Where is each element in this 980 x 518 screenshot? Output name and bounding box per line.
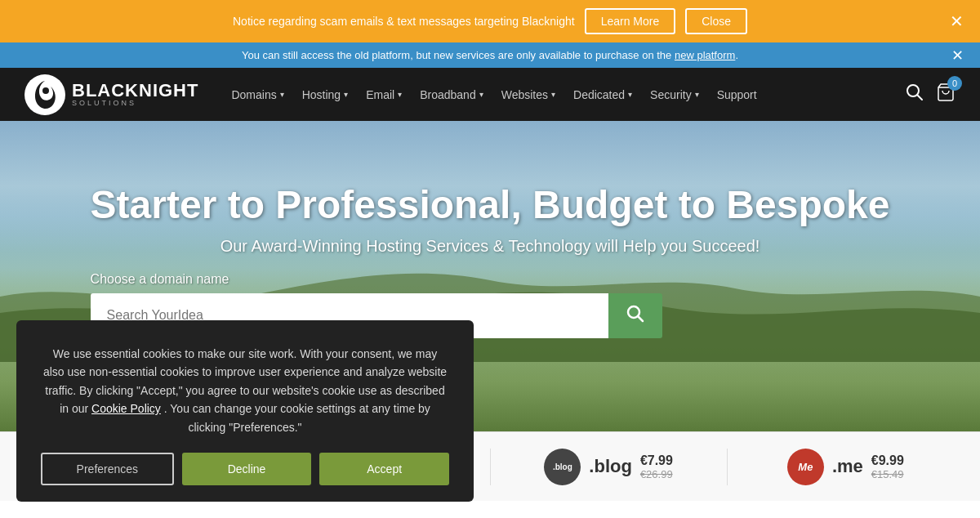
logo-icon: [24, 74, 65, 115]
nav-item-security[interactable]: Security ▾: [642, 70, 707, 119]
cookie-buttons: Preferences Decline Accept: [41, 453, 449, 485]
chevron-down-icon: ▾: [628, 90, 632, 99]
svg-line-3: [917, 95, 922, 100]
domain-label: Choose a domain name: [91, 272, 890, 287]
notification-bar: Notice regarding scam emails & text mess…: [0, 0, 980, 42]
chevron-down-icon: ▾: [551, 90, 555, 99]
learn-more-button[interactable]: Learn More: [585, 8, 676, 34]
hero-subtitle: Our Award-Winning Hosting Services & Tec…: [91, 237, 890, 256]
chevron-down-icon: ▾: [280, 90, 284, 99]
hero-title: Starter to Professional, Budget to Bespo…: [91, 182, 890, 227]
chevron-down-icon: ▾: [479, 90, 483, 99]
domain-item-me[interactable]: Me .me €9.99 €15.49: [728, 449, 964, 485]
nav-item-dedicated[interactable]: Dedicated ▾: [565, 70, 640, 119]
info-text: You can still access the old platform, b…: [242, 49, 738, 61]
decline-button[interactable]: Decline: [182, 453, 312, 485]
cookie-banner: We use essential cookies to make our sit…: [16, 320, 474, 501]
nav-item-support[interactable]: Support: [709, 70, 765, 119]
cookie-text: We use essential cookies to make our sit…: [41, 345, 449, 436]
nav-item-email[interactable]: Email ▾: [358, 70, 410, 119]
svg-line-6: [638, 316, 643, 321]
chevron-down-icon: ▾: [398, 90, 402, 99]
svg-point-0: [24, 74, 65, 115]
preferences-button[interactable]: Preferences: [41, 453, 174, 485]
close-info-icon[interactable]: ✕: [951, 47, 964, 65]
close-x-icon[interactable]: ✕: [950, 11, 964, 31]
domain-ext-blog: .blog: [589, 456, 632, 477]
nav-item-hosting[interactable]: Hosting ▾: [294, 70, 356, 119]
search-icon[interactable]: [906, 83, 924, 105]
domain-prices-blog: €7.99 €26.99: [640, 453, 673, 480]
nav-items: Domains ▾ Hosting ▾ Email ▾ Broadband ▾ …: [223, 70, 906, 119]
nav-item-domains[interactable]: Domains ▾: [223, 70, 292, 119]
cookie-policy-link[interactable]: Cookie Policy: [91, 402, 161, 415]
chevron-down-icon: ▾: [695, 90, 699, 99]
nav-icons: 0: [906, 83, 956, 106]
cart-badge: 0: [947, 76, 962, 91]
svg-point-1: [42, 87, 49, 94]
chevron-down-icon: ▾: [344, 90, 348, 99]
logo[interactable]: BLACKNIGHT SOLUTIONS: [24, 74, 198, 115]
domain-search-button[interactable]: [608, 293, 662, 338]
close-notification-button[interactable]: Close: [685, 8, 747, 34]
domain-item-blog[interactable]: .blog .blog €7.99 €26.99: [491, 449, 728, 485]
nav-item-websites[interactable]: Websites ▾: [493, 70, 564, 119]
accept-button[interactable]: Accept: [319, 453, 449, 485]
notification-text: Notice regarding scam emails & text mess…: [233, 15, 575, 28]
domain-badge-blog: .blog: [544, 449, 581, 485]
nav-item-broadband[interactable]: Broadband ▾: [412, 70, 492, 119]
info-bar: You can still access the old platform, b…: [0, 42, 980, 68]
navigation: BLACKNIGHT SOLUTIONS Domains ▾ Hosting ▾…: [0, 68, 980, 121]
new-platform-link[interactable]: new platform: [675, 49, 735, 61]
cart-button[interactable]: 0: [936, 83, 956, 106]
domain-badge-me: Me: [787, 449, 824, 485]
domain-prices-me: €9.99 €15.49: [871, 453, 904, 480]
logo-text: BLACKNIGHT SOLUTIONS: [72, 82, 198, 107]
domain-ext-me: .me: [832, 456, 863, 477]
